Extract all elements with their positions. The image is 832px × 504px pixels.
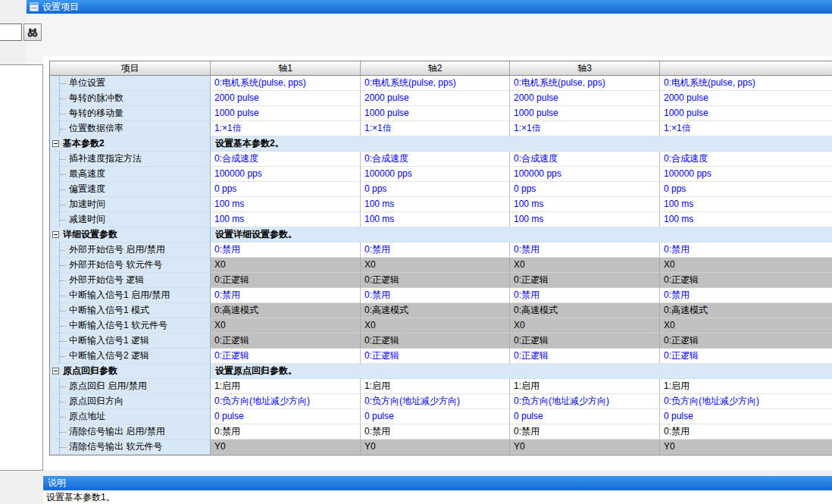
value-cell-axis3[interactable]: 1:启用 bbox=[510, 379, 660, 394]
description-header[interactable]: 说明 bbox=[43, 476, 832, 490]
value-cell-axis4[interactable]: 0 pps bbox=[660, 182, 832, 197]
value-cell-axis4[interactable]: 0:正逻辑 bbox=[660, 333, 832, 349]
value-cell-axis2[interactable]: 0:禁用 bbox=[361, 288, 510, 303]
value-cell-axis4[interactable]: 0:禁用 bbox=[660, 243, 832, 258]
value-cell-axis1[interactable]: 0:正逻辑 bbox=[211, 333, 361, 349]
value-cell-axis4[interactable]: 100 ms bbox=[660, 212, 832, 227]
value-cell-axis1[interactable]: 1000 pulse bbox=[211, 106, 361, 121]
value-cell-axis2[interactable]: 0:负方向(地址减少方向) bbox=[361, 394, 510, 409]
value-cell-axis2[interactable]: 0:正逻辑 bbox=[361, 349, 510, 364]
value-cell-axis1[interactable]: X0 bbox=[211, 318, 361, 333]
value-cell-axis4[interactable]: 1:启用 bbox=[660, 379, 832, 394]
value-cell-axis3[interactable]: 0:电机系统(pulse, pps) bbox=[510, 76, 660, 91]
tree-item-cell[interactable]: 中断输入信号2 逻辑 bbox=[50, 349, 211, 364]
tree-item-cell[interactable]: 每转的脉冲数 bbox=[50, 91, 211, 106]
value-cell-axis4[interactable]: 0:合成速度 bbox=[660, 152, 832, 167]
tree-item-cell[interactable]: 原点回归 启用/禁用 bbox=[50, 379, 211, 394]
value-cell-axis2[interactable]: 0:禁用 bbox=[361, 243, 510, 258]
value-cell-axis3[interactable]: 0:合成速度 bbox=[510, 152, 660, 167]
value-cell-axis4[interactable]: 2000 pulse bbox=[660, 91, 832, 106]
tree-item-cell[interactable]: 位置数据倍率 bbox=[50, 121, 211, 136]
value-cell-axis1[interactable]: 1:启用 bbox=[211, 379, 361, 394]
value-cell-axis2[interactable]: 0:正逻辑 bbox=[361, 333, 510, 349]
value-cell-axis2[interactable]: 1:×1倍 bbox=[361, 121, 510, 136]
value-cell-axis2[interactable]: 0:正逻辑 bbox=[361, 273, 510, 288]
value-cell-axis3[interactable]: X0 bbox=[510, 258, 660, 273]
value-cell-axis1[interactable]: 100 ms bbox=[211, 212, 361, 227]
tree-item-cell[interactable]: 加速时间 bbox=[50, 197, 211, 212]
value-cell-axis2[interactable]: 2000 pulse bbox=[361, 91, 510, 106]
tree-item-cell[interactable]: 每转的移动量 bbox=[50, 106, 211, 121]
value-cell-axis1[interactable]: 100 ms bbox=[211, 197, 361, 212]
value-cell-axis3[interactable]: 1000 pulse bbox=[510, 106, 660, 121]
tree-item-cell[interactable]: 中断输入信号1 启用/禁用 bbox=[50, 288, 211, 303]
value-cell-axis4[interactable]: 0:禁用 bbox=[660, 288, 832, 303]
value-cell-axis4[interactable]: 0:正逻辑 bbox=[660, 349, 832, 364]
value-cell-axis1[interactable]: X0 bbox=[211, 258, 361, 273]
value-cell-axis2[interactable]: 1000 pulse bbox=[361, 106, 510, 121]
value-cell-axis2[interactable]: 0:合成速度 bbox=[361, 152, 510, 167]
tree-item-cell[interactable]: 外部开始信号 启用/禁用 bbox=[50, 243, 211, 258]
tree-item-cell[interactable]: 外部开始信号 软元件号 bbox=[50, 258, 211, 273]
value-cell-axis1[interactable]: 2000 pulse bbox=[211, 91, 361, 106]
value-cell-axis3[interactable]: 0 pulse bbox=[510, 409, 660, 424]
navigator-panel[interactable] bbox=[0, 64, 43, 471]
value-cell-axis1[interactable]: 0:禁用 bbox=[211, 424, 361, 440]
tree-item-cell[interactable]: 单位设置 bbox=[50, 76, 211, 91]
tree-item-cell[interactable]: 清除信号输出 软元件号 bbox=[50, 440, 211, 455]
value-cell-axis3[interactable]: 100000 pps bbox=[510, 167, 660, 182]
value-cell-axis2[interactable]: X0 bbox=[361, 318, 510, 333]
value-cell-axis4[interactable]: Y0 bbox=[660, 440, 832, 455]
value-cell-axis3[interactable]: 0:正逻辑 bbox=[510, 273, 660, 288]
value-cell-axis1[interactable]: 0 pps bbox=[211, 182, 361, 197]
tree-section-cell[interactable]: 基本参数2 bbox=[50, 136, 211, 152]
value-cell-axis1[interactable]: 0:负方向(地址减少方向) bbox=[211, 394, 361, 409]
value-cell-axis1[interactable]: 0:正逻辑 bbox=[211, 349, 361, 364]
value-cell-axis2[interactable]: 0:禁用 bbox=[361, 424, 510, 440]
value-cell-axis1[interactable]: Y0 bbox=[211, 440, 361, 455]
value-cell-axis3[interactable]: X0 bbox=[510, 318, 660, 333]
value-cell-axis3[interactable]: 0:禁用 bbox=[510, 424, 660, 440]
value-cell-axis3[interactable]: 0:正逻辑 bbox=[510, 333, 660, 349]
value-cell-axis4[interactable]: 100 ms bbox=[660, 197, 832, 212]
value-cell-axis3[interactable]: 0:正逻辑 bbox=[510, 349, 660, 364]
value-cell-axis3[interactable]: Y0 bbox=[510, 440, 660, 455]
value-cell-axis3[interactable]: 0:禁用 bbox=[510, 288, 660, 303]
value-cell-axis2[interactable]: 100 ms bbox=[361, 197, 510, 212]
value-cell-axis4[interactable]: 1000 pulse bbox=[660, 106, 832, 121]
value-cell-axis2[interactable]: 0 pulse bbox=[361, 409, 510, 424]
value-cell-axis1[interactable]: 0:禁用 bbox=[211, 243, 361, 258]
value-cell-axis1[interactable]: 0 pulse bbox=[211, 409, 361, 424]
value-cell-axis3[interactable]: 0:禁用 bbox=[510, 243, 660, 258]
value-cell-axis3[interactable]: 0 pps bbox=[510, 182, 660, 197]
value-cell-axis2[interactable]: Y0 bbox=[361, 440, 510, 455]
tree-item-cell[interactable]: 清除信号输出 启用/禁用 bbox=[50, 424, 211, 440]
search-input[interactable] bbox=[0, 23, 22, 41]
value-cell-axis2[interactable]: 0 pps bbox=[361, 182, 510, 197]
value-cell-axis4[interactable]: 0:电机系统(pulse, pps) bbox=[660, 76, 832, 91]
value-cell-axis2[interactable]: 100 ms bbox=[361, 212, 510, 227]
tree-item-cell[interactable]: 插补速度指定方法 bbox=[50, 152, 211, 167]
value-cell-axis4[interactable]: 0 pulse bbox=[660, 409, 832, 424]
tree-item-cell[interactable]: 原点回归方向 bbox=[50, 394, 211, 409]
value-cell-axis4[interactable]: 0:禁用 bbox=[660, 424, 832, 440]
tree-item-cell[interactable]: 减速时间 bbox=[50, 212, 211, 227]
value-cell-axis1[interactable]: 0:电机系统(pulse, pps) bbox=[211, 76, 361, 91]
value-cell-axis1[interactable]: 1:×1倍 bbox=[211, 121, 361, 136]
value-cell-axis1[interactable]: 100000 pps bbox=[211, 167, 361, 182]
value-cell-axis1[interactable]: 0:合成速度 bbox=[211, 152, 361, 167]
value-cell-axis3[interactable]: 0:负方向(地址减少方向) bbox=[510, 394, 660, 409]
settings-pane-title-bar[interactable]: 设置项目 bbox=[27, 0, 832, 14]
tree-item-cell[interactable]: 中断输入信号1 软元件号 bbox=[50, 318, 211, 333]
tree-item-cell[interactable]: 最高速度 bbox=[50, 167, 211, 182]
tree-item-cell[interactable]: 偏置速度 bbox=[50, 182, 211, 197]
value-cell-axis4[interactable]: X0 bbox=[660, 258, 832, 273]
value-cell-axis4[interactable]: 0:负方向(地址减少方向) bbox=[660, 394, 832, 409]
value-cell-axis4[interactable]: 0:高速模式 bbox=[660, 303, 832, 318]
value-cell-axis1[interactable]: 0:正逻辑 bbox=[211, 273, 361, 288]
collapse-icon[interactable] bbox=[52, 140, 59, 147]
value-cell-axis2[interactable]: 100000 pps bbox=[361, 167, 510, 182]
value-cell-axis4[interactable]: 100000 pps bbox=[660, 167, 832, 182]
value-cell-axis3[interactable]: 1:×1倍 bbox=[510, 121, 660, 136]
value-cell-axis1[interactable]: 0:高速模式 bbox=[211, 303, 361, 318]
